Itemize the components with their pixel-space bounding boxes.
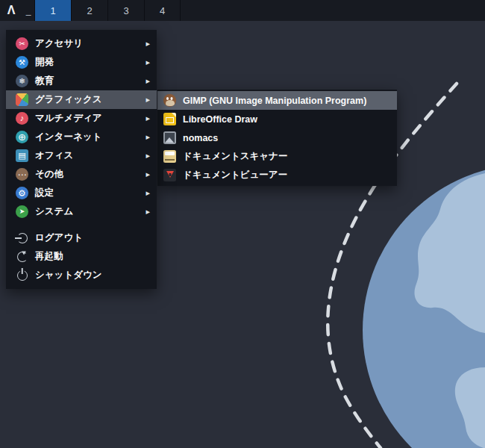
submenu-item-label: GIMP (GNU Image Manipulation Program) [183,96,390,106]
top-panel: Λ _ 1 2 3 4 [0,0,485,21]
submenu-item-label: LibreOffice Draw [183,114,390,125]
workspace-button-4[interactable]: 4 [144,0,181,21]
shutdown-icon [16,269,28,281]
menu-item-graphics[interactable]: グラフィックス [6,90,157,109]
workspace-number: 4 [160,5,165,16]
menu-item-label: シャットダウン [35,269,150,281]
accessories-icon [16,37,28,50]
settings-icon [16,187,28,199]
submenu-item-gimp[interactable]: GIMP (GNU Image Manipulation Program) [157,91,397,110]
panel-underscore-glyph: _ [22,0,34,21]
submenu-item-libreoffice-draw[interactable]: LibreOffice Draw [157,110,397,128]
applications-menu: アクセサリ 開発 教育 グラフィックス [6,30,157,289]
menu-item-reboot[interactable]: 再起動 [6,247,157,266]
menu-item-education[interactable]: 教育 [6,72,157,90]
nomacs-icon [163,131,176,144]
submenu-arrow-icon [146,114,150,122]
menu-item-accessories[interactable]: アクセサリ [6,34,157,53]
menu-item-development[interactable]: 開発 [6,53,157,72]
logout-icon [16,231,28,244]
submenu-item-nomacs[interactable]: nomacs [157,128,397,147]
graphics-icon [16,93,28,106]
menu-item-label: マルチメディア [35,112,139,125]
workspace-number: 1 [50,5,55,16]
workspace-button-1[interactable]: 1 [34,0,71,21]
menu-item-system[interactable]: システム [6,202,157,221]
submenu-item-document-scanner[interactable]: ドキュメントスキャナー [157,147,397,166]
menu-item-logout[interactable]: ログアウト [6,228,157,247]
graphics-submenu: GIMP (GNU Image Manipulation Program) Li… [157,90,397,186]
menu-item-label: 設定 [35,187,139,199]
multimedia-icon [16,112,28,125]
menu-item-multimedia[interactable]: マルチメディア [6,109,157,128]
restart-icon [16,250,28,263]
office-icon [16,149,28,162]
workspace-button-3[interactable]: 3 [107,0,144,21]
menu-item-label: 再起動 [35,250,150,263]
menu-category-list: アクセサリ 開発 教育 グラフィックス [6,34,157,221]
menu-separator [6,221,157,228]
menu-item-others[interactable]: その他 [6,165,157,184]
system-icon [16,205,28,218]
menu-item-label: インターネット [35,131,139,143]
submenu-item-document-viewer[interactable]: ドキュメントビューアー [157,166,397,184]
internet-icon [16,131,28,143]
workspace-button-2[interactable]: 2 [71,0,107,21]
menu-item-office[interactable]: オフィス [6,146,157,165]
submenu-item-label: ドキュメントスキャナー [183,150,390,163]
workspace-number: 3 [123,5,128,16]
submenu-arrow-icon [146,208,150,216]
menu-item-shutdown[interactable]: シャットダウン [6,266,157,284]
submenu-item-label: ドキュメントビューアー [183,169,390,181]
submenu-item-label: nomacs [183,133,390,143]
menu-item-label: システム [35,205,139,218]
document-viewer-icon [163,169,176,181]
document-scanner-icon [163,150,176,163]
submenu-arrow-icon [146,96,150,104]
education-icon [16,75,28,87]
submenu-arrow-icon [146,133,150,141]
others-icon [16,168,28,181]
submenu-arrow-icon [146,58,150,66]
session-actions-list: ログアウト 再起動 シャットダウン [6,228,157,284]
archcraft-logo-icon[interactable]: Λ [0,0,22,21]
menu-item-label: ログアウト [35,231,150,244]
workspace-switcher: 1 2 3 4 [34,0,181,21]
submenu-arrow-icon [146,170,150,178]
submenu-arrow-icon [146,40,150,48]
development-icon [16,56,28,69]
submenu-arrow-icon [146,189,150,197]
libreoffice-draw-icon [163,113,176,125]
submenu-arrow-icon [146,152,150,160]
menu-item-label: 教育 [35,75,139,87]
menu-item-settings[interactable]: 設定 [6,184,157,202]
workspace-number: 2 [87,5,92,16]
menu-item-label: 開発 [35,56,139,69]
menu-item-label: オフィス [35,149,139,162]
menu-item-label: グラフィックス [35,93,139,106]
gimp-icon [163,94,176,107]
menu-item-label: その他 [35,168,139,181]
submenu-arrow-icon [146,77,150,85]
menu-item-internet[interactable]: インターネット [6,128,157,146]
menu-item-label: アクセサリ [35,37,139,50]
